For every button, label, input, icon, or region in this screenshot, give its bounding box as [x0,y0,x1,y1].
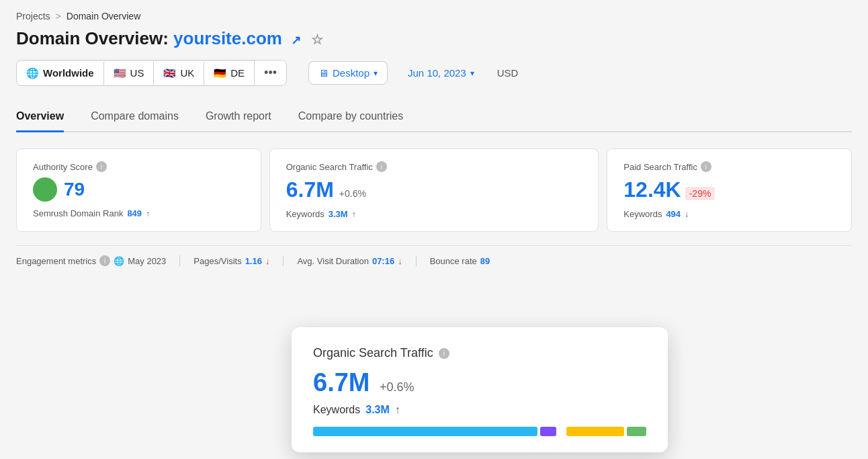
flag-de-icon: 🇩🇪 [214,67,226,79]
bar-segment-yellow [566,427,624,436]
organic-label: Organic Search Traffic i [286,161,582,172]
tooltip-keywords-row: Keywords 3.3M ↑ [313,404,646,416]
tooltip-kw-trend: ↑ [395,404,400,416]
bar-segment-purple [540,427,556,436]
bar-gap [559,427,564,436]
visit-duration-item: Avg. Visit Duration 07:16 ↓ [297,256,416,266]
paid-traffic-change: -29% [685,187,715,200]
paid-keywords-row: Keywords 494 ↓ [623,209,835,219]
breadcrumb: Projects > Domain Overview [16,11,852,22]
organic-kw-trend: ↑ [352,210,356,219]
paid-info-icon[interactable]: i [701,161,711,172]
date-filter-button[interactable]: Jun 10, 2023 ▾ [398,62,484,84]
flag-us-icon: 🇺🇸 [114,67,126,79]
bounce-rate-item: Bounce rate 89 [430,256,504,266]
domain-rank-value: 849 [127,208,142,218]
authority-dot-indicator [33,177,57,202]
tab-compare-countries[interactable]: Compare by countries [298,102,404,132]
tooltip-kw-value: 3.3M [365,404,390,416]
tabs-bar: Overview Compare domains Growth report C… [16,102,852,132]
filter-worldwide[interactable]: 🌐 Worldwide [17,62,103,85]
page-title: Domain Overview: yoursite.com ↗ ☆ [16,28,852,49]
breadcrumb-sep: > [56,11,61,22]
pages-visits-item: Pages/Visits 1.16 ↓ [193,256,284,266]
organic-info-icon[interactable]: i [376,161,387,172]
breadcrumb-home[interactable]: Projects [16,11,50,22]
metrics-row: Authority Score i 79 Semrush Domain Rank… [16,149,852,232]
tooltip-change: +0.6% [380,380,415,394]
filter-de[interactable]: 🇩🇪 DE [204,62,254,85]
flag-uk-icon: 🇬🇧 [163,67,176,79]
date-chevron-icon: ▾ [470,69,474,78]
tab-growth-report[interactable]: Growth report [206,102,271,132]
engagement-info-icon[interactable]: i [99,255,110,266]
tooltip-bar [313,427,646,436]
paid-kw-value: 494 [666,209,681,219]
organic-traffic-card: Organic Search Traffic i 6.7M +0.6% Keyw… [269,149,599,232]
tooltip-value-row: 6.7M +0.6% [313,368,646,397]
tooltip-main-value: 6.7M [313,368,370,397]
bar-segment-green [627,427,646,436]
tooltip-info-icon[interactable]: i [439,348,449,359]
organic-kw-value: 3.3M [329,209,348,219]
domain-name[interactable]: yoursite.com [173,28,282,48]
currency-label: USD [497,67,519,79]
filter-uk[interactable]: 🇬🇧 UK [153,62,204,85]
desktop-icon: 🖥 [318,67,329,79]
organic-traffic-change: +0.6% [339,188,366,199]
filter-more[interactable]: ••• [254,60,286,85]
filter-bar: 🌐 Worldwide 🇺🇸 US 🇬🇧 UK 🇩🇪 DE ••• 🖥 Desk… [16,60,852,86]
bottom-engagement-bar: Engagement metrics i 🌐 May 2023 Pages/Vi… [16,245,852,266]
paid-label: Paid Search Traffic i [623,161,835,172]
bar-segment-blue [313,427,537,436]
bounce-rate-value: 89 [480,256,490,266]
visit-duration-trend: ↓ [398,256,402,266]
organic-traffic-value: 6.7M [286,177,334,202]
domain-rank-trend: ↑ [146,209,150,218]
pages-visits-trend: ↓ [265,256,270,266]
globe-bottom-icon: 🌐 [114,256,124,266]
country-filter-group: 🌐 Worldwide 🇺🇸 US 🇬🇧 UK 🇩🇪 DE ••• [16,60,287,86]
external-link-icon[interactable]: ↗ [291,34,301,47]
paid-traffic-value: 12.4K [623,177,681,202]
visit-duration-value: 07:16 [372,256,394,266]
tab-compare-domains[interactable]: Compare domains [91,102,179,132]
organic-keywords-row: Keywords 3.3M ↑ [286,209,582,219]
content-area: Authority Score i 79 Semrush Domain Rank… [16,132,852,232]
device-filter-button[interactable]: 🖥 Desktop ▾ [308,61,388,85]
authority-label: Authority Score i [33,161,245,172]
authority-score-card: Authority Score i 79 Semrush Domain Rank… [16,149,261,232]
paid-kw-trend: ↓ [685,210,689,219]
breadcrumb-current: Domain Overview [67,11,140,22]
filter-us[interactable]: 🇺🇸 US [103,62,154,85]
authority-score-value: 79 [64,179,85,200]
globe-icon: 🌐 [26,67,39,79]
pages-visits-value: 1.16 [245,256,262,266]
authority-info-icon[interactable]: i [96,161,107,172]
organic-traffic-tooltip: Organic Search Traffic i 6.7M +0.6% Keyw… [292,327,668,452]
device-chevron-icon: ▾ [374,69,378,78]
star-icon[interactable]: ☆ [311,32,323,47]
tooltip-title: Organic Search Traffic i [313,346,646,360]
engagement-metrics-item: Engagement metrics i 🌐 May 2023 [16,255,180,266]
title-prefix: Domain Overview: [16,28,169,48]
tab-overview[interactable]: Overview [16,102,64,132]
paid-traffic-card: Paid Search Traffic i 12.4K -29% Keyword… [607,149,852,232]
authority-sub: Semrush Domain Rank 849 ↑ [33,208,245,218]
authority-value-row: 79 [33,177,245,202]
